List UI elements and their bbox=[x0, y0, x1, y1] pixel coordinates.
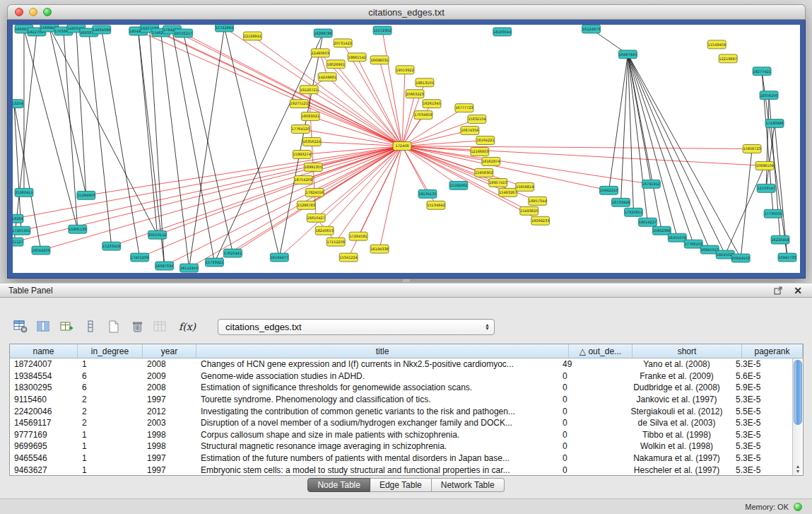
graph-node[interactable]: 16733448 bbox=[611, 198, 630, 206]
table-vertical-scrollbar[interactable]: ▲▼ bbox=[792, 358, 803, 475]
float-panel-icon[interactable] bbox=[772, 285, 784, 296]
graph-node[interactable]: 14249881 bbox=[318, 73, 336, 81]
table-mode-button[interactable] bbox=[13, 318, 28, 335]
graph-node[interactable]: 17264581 bbox=[349, 232, 367, 240]
graph-node[interactable]: 15993274 bbox=[293, 150, 311, 158]
graph-node[interactable]: 12219897 bbox=[719, 54, 737, 63]
graph-node[interactable]: 16698031 bbox=[370, 56, 389, 64]
graph-node[interactable]: 16502217 bbox=[175, 29, 193, 37]
single-column-button[interactable] bbox=[83, 318, 98, 335]
select-columns-button[interactable] bbox=[36, 318, 52, 335]
graph-node[interactable]: 18240653 bbox=[315, 226, 334, 235]
tab-edge-table[interactable]: Edge Table bbox=[370, 478, 432, 492]
column-header-title[interactable]: title bbox=[196, 344, 569, 358]
graph-node[interactable]: 10945733 bbox=[778, 253, 796, 262]
minimize-window-button[interactable] bbox=[29, 8, 37, 16]
graph-node[interactable]: 18319294 bbox=[13, 214, 23, 223]
graph-node[interactable]: 16087334 bbox=[155, 262, 174, 270]
column-header-year[interactable]: year bbox=[143, 344, 196, 358]
scrollbar-thumb[interactable] bbox=[794, 360, 802, 425]
graph-node[interactable]: 16099233 bbox=[531, 216, 550, 225]
network-canvas[interactable]: 1724091912672119275121180930211776412016… bbox=[13, 25, 800, 273]
graph-node[interactable]: 16194477 bbox=[270, 253, 288, 262]
graph-node[interactable]: 16124873 bbox=[582, 25, 601, 33]
graph-node[interactable]: 16298786 bbox=[314, 29, 332, 37]
close-window-button[interactable] bbox=[15, 8, 23, 16]
graph-node[interactable]: 15493820 bbox=[520, 206, 539, 215]
table-row[interactable]: 1830029562008Estimation of significance … bbox=[10, 382, 792, 394]
graph-node[interactable]: 18164221 bbox=[476, 136, 495, 145]
graph-node[interactable]: 16455078 bbox=[668, 233, 686, 242]
graph-node[interactable]: 15956302 bbox=[475, 168, 493, 177]
splitter-grip[interactable] bbox=[403, 279, 410, 282]
graph-node[interactable]: 11548404 bbox=[707, 40, 726, 49]
graph-node[interactable]: 16487945 bbox=[618, 50, 637, 59]
new-column-button[interactable] bbox=[59, 318, 75, 335]
graph-node[interactable]: 16791912 bbox=[642, 180, 660, 188]
tab-network-table[interactable]: Network Table bbox=[432, 478, 505, 492]
graph-node[interactable]: 18093021 bbox=[301, 112, 319, 121]
column-header-pagerank[interactable]: pagerank bbox=[742, 344, 803, 358]
delete-table-button[interactable] bbox=[129, 318, 145, 335]
graph-node[interactable]: 15956819 bbox=[516, 182, 534, 191]
graph-node[interactable]: 19126721 bbox=[300, 86, 318, 94]
graph-node[interactable]: 17788103 bbox=[684, 240, 702, 248]
graph-node[interactable]: 20513254 bbox=[13, 100, 23, 108]
graph-node[interactable]: 16754209 bbox=[294, 175, 312, 184]
graph-node[interactable]: 17824556 bbox=[305, 188, 324, 197]
graph-node[interactable]: 17320951 bbox=[624, 208, 642, 216]
graph-node[interactable]: 16610427 bbox=[307, 214, 325, 222]
graph-node[interactable]: 15284903 bbox=[77, 191, 95, 199]
graph-node[interactable]: 18183044 bbox=[493, 28, 512, 36]
graph-node[interactable]: 10674356 bbox=[461, 127, 479, 135]
graph-node[interactable]: 15296783 bbox=[297, 201, 315, 209]
table-row[interactable]: 969969511998Structural magnetic resonanc… bbox=[10, 440, 792, 452]
graph-node[interactable]: 20663223 bbox=[406, 90, 424, 98]
function-builder-button[interactable]: f(x) bbox=[176, 318, 199, 335]
graph-node[interactable]: 15958723 bbox=[743, 145, 761, 153]
graph-node[interactable]: 15642210 bbox=[600, 186, 618, 194]
graph-node[interactable]: 19553922 bbox=[396, 66, 414, 74]
graph-node[interactable]: 15493267 bbox=[499, 188, 517, 197]
table-row[interactable]: 1456911722003Disruption of a novel membe… bbox=[10, 417, 792, 429]
graph-node[interactable]: 15832104 bbox=[468, 115, 486, 124]
graph-node[interactable]: 16261345 bbox=[423, 100, 441, 108]
graph-node[interactable]: 17430988 bbox=[765, 119, 784, 128]
graph-node[interactable]: 18026961 bbox=[326, 60, 345, 69]
graph-node[interactable]: 10898109 bbox=[755, 161, 774, 170]
column-header-short[interactable]: short bbox=[632, 344, 742, 358]
graph-node[interactable]: 15905133 bbox=[69, 225, 87, 233]
close-panel-icon[interactable]: ✕ bbox=[792, 285, 804, 296]
graph-node[interactable]: 15341224 bbox=[339, 253, 358, 262]
graph-node[interactable]: 16777723 bbox=[455, 104, 473, 112]
table-row[interactable]: 977716911998Corpus callosum shape and si… bbox=[10, 429, 792, 441]
graph-node[interactable]: 17034958 bbox=[414, 111, 433, 119]
graph-node[interactable]: 23081127 bbox=[13, 238, 23, 246]
column-header-out-degree[interactable]: △ out_de... bbox=[569, 344, 632, 358]
graph-node[interactable]: 17455209 bbox=[131, 253, 149, 262]
new-table-button[interactable] bbox=[106, 318, 122, 335]
network-window-titlebar[interactable]: citations_edges.txt bbox=[7, 4, 806, 20]
tab-node-table[interactable]: Node Table bbox=[307, 478, 370, 492]
scrollbar-arrows-icon[interactable]: ▲▼ bbox=[793, 464, 803, 474]
graph-node[interactable]: 15184062 bbox=[449, 181, 468, 189]
graph-node[interactable]: 18356200 bbox=[760, 91, 778, 100]
graph-node[interactable]: 19134135 bbox=[418, 189, 437, 198]
graph-node[interactable]: 17152208 bbox=[326, 238, 345, 246]
graph-node[interactable]: 19277421 bbox=[753, 67, 771, 76]
graph-node[interactable]: 17625441 bbox=[223, 249, 242, 257]
graph-node[interactable]: 18957410 bbox=[489, 178, 507, 187]
graph-node[interactable]: 20924502 bbox=[731, 254, 750, 262]
network-table-selector[interactable]: citations_edges.txt ▲▼ bbox=[218, 319, 495, 335]
graph-node[interactable]: 12103547 bbox=[757, 184, 775, 192]
table-row[interactable]: 2242004622012Investigating the contribut… bbox=[10, 405, 792, 417]
graph-node[interactable]: 17205331 bbox=[13, 226, 30, 235]
merge-table-button[interactable] bbox=[153, 318, 168, 335]
graph-node[interactable]: 20503112 bbox=[148, 230, 167, 239]
graph-node[interactable]: 19275121 bbox=[290, 100, 308, 108]
table-row[interactable]: 1938455462009Genome-wide association stu… bbox=[10, 370, 792, 382]
graph-node[interactable]: 22480603 bbox=[311, 49, 329, 57]
graph-node[interactable]: 15233418 bbox=[102, 242, 121, 250]
graph-node[interactable]: 15722984 bbox=[215, 25, 233, 32]
graph-node[interactable]: 19861542 bbox=[348, 53, 366, 62]
